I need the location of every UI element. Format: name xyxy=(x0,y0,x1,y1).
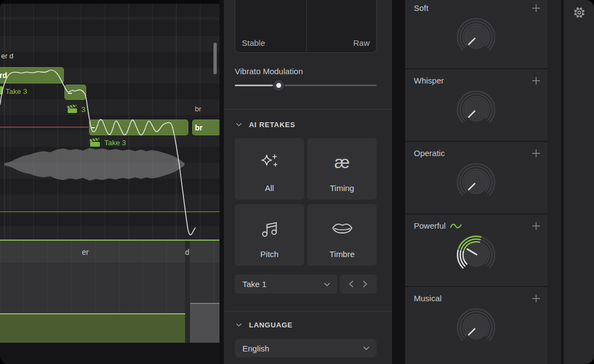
note-block[interactable] xyxy=(64,85,86,100)
add-preset-icon[interactable] xyxy=(531,294,541,303)
previous-take-button[interactable] xyxy=(349,281,354,288)
vibrato-modulation-slider[interactable] xyxy=(235,85,377,86)
take-nav-box xyxy=(340,275,377,294)
retake-button-label: All xyxy=(235,183,304,193)
retake-all-button[interactable]: All xyxy=(235,138,304,200)
take-badge[interactable]: Take 3 xyxy=(5,87,27,96)
preset-name: Operatic xyxy=(414,148,445,158)
take-select-value: Take 1 xyxy=(242,279,266,289)
language-header[interactable]: LANGUAGE xyxy=(236,321,293,329)
clapperboard-icon xyxy=(90,138,101,147)
note-block[interactable]: rd xyxy=(0,67,64,83)
vibrato-modulation-label: Vibrato Modulation xyxy=(235,67,303,76)
preset-card-whisper[interactable]: Whisper xyxy=(405,69,548,141)
section-title: AI RETAKES xyxy=(249,121,295,129)
add-preset-icon[interactable] xyxy=(531,3,541,13)
vertical-scrollbar[interactable] xyxy=(213,43,217,74)
controls-panel: Stable Raw Vibrato Modulation AI RETAKES xyxy=(224,0,392,364)
chevron-down-icon xyxy=(324,282,330,287)
add-preset-icon[interactable] xyxy=(531,221,541,231)
pad-label-stable: Stable xyxy=(242,38,265,47)
voice-presets-panel: Soft Whisper xyxy=(405,0,561,364)
preset-card-soft[interactable]: Soft xyxy=(405,0,548,68)
slider-fill xyxy=(235,85,279,86)
retake-button-label: Timing xyxy=(307,183,377,193)
retake-timbre-button[interactable]: Timbre xyxy=(307,204,377,266)
ghost-lyric-text: br xyxy=(195,105,201,113)
note-lyric: rd xyxy=(0,71,7,80)
gear-icon xyxy=(572,5,586,20)
language-select-value: English xyxy=(242,344,269,353)
vocal-editor-window: rd br er d br Take 3 xyxy=(0,0,594,364)
ai-retakes-header[interactable]: AI RETAKES xyxy=(236,121,295,129)
lips-icon xyxy=(307,216,377,240)
section-divider xyxy=(224,311,392,312)
take-badge-label: 3 xyxy=(81,105,86,114)
pad-divider xyxy=(306,0,307,51)
parameter-block[interactable] xyxy=(190,303,219,343)
preset-card-powerful[interactable]: Powerful xyxy=(405,214,548,286)
parameter-value-region[interactable] xyxy=(0,313,185,343)
retake-button-label: Timbre xyxy=(307,249,377,259)
settings-button[interactable] xyxy=(572,5,586,20)
preset-card-musical[interactable]: Musical xyxy=(405,287,548,364)
retake-timing-button[interactable]: æ Timing xyxy=(307,138,377,200)
add-preset-icon[interactable] xyxy=(531,148,541,158)
chevron-down-icon xyxy=(363,346,370,350)
note-handle[interactable] xyxy=(91,127,95,128)
add-preset-icon[interactable] xyxy=(531,76,541,86)
ae-ligature-icon: æ xyxy=(307,150,377,174)
take-badge[interactable]: 3 xyxy=(67,105,86,114)
reference-pitch-line xyxy=(0,211,219,212)
pitch-guide-line-red xyxy=(0,127,88,128)
pad-label-raw: Raw xyxy=(353,38,370,47)
note-block[interactable]: br xyxy=(192,120,219,135)
piano-roll-panel: rd br er d br Take 3 xyxy=(0,0,219,364)
preset-name: Whisper xyxy=(414,76,444,85)
piano-roll-canvas[interactable]: rd br er d br Take 3 xyxy=(0,0,219,241)
preset-knob-active[interactable] xyxy=(452,230,501,279)
stable-raw-pad[interactable]: Stable Raw xyxy=(235,0,377,53)
clapperboard-icon xyxy=(67,105,78,114)
preset-name: Soft xyxy=(414,3,429,13)
retake-button-label: Pitch xyxy=(235,249,304,259)
note-handle[interactable] xyxy=(68,93,72,94)
pitch-curve xyxy=(0,70,195,235)
preset-knob[interactable] xyxy=(452,85,501,134)
preset-knob[interactable] xyxy=(452,13,501,62)
note-lyric: br xyxy=(195,123,203,132)
lyric-text: er d xyxy=(1,52,13,60)
next-take-button[interactable] xyxy=(363,281,367,288)
music-note-icon xyxy=(235,216,304,240)
preset-name: Musical xyxy=(414,294,442,303)
panel-bottom-edge xyxy=(0,343,219,364)
take-badge-label: Take 3 xyxy=(104,139,126,147)
language-select[interactable]: English xyxy=(235,339,377,357)
preset-name: Powerful xyxy=(414,221,445,230)
preset-card-operatic[interactable]: Operatic xyxy=(405,142,548,213)
retake-pitch-button[interactable]: Pitch xyxy=(235,204,304,266)
note-block[interactable] xyxy=(89,120,188,135)
chevron-down-icon xyxy=(236,123,242,127)
chevron-down-icon xyxy=(236,323,242,327)
section-title: LANGUAGE xyxy=(249,321,293,329)
sparkle-plus-icon xyxy=(235,150,304,174)
phoneme-cell[interactable]: er xyxy=(82,248,88,256)
take-select[interactable]: Take 1 xyxy=(235,275,337,294)
take-badge[interactable]: Take 3 xyxy=(90,138,126,147)
clapperboard-icon xyxy=(0,86,3,94)
settings-rail xyxy=(563,0,594,364)
section-divider xyxy=(224,109,392,110)
panel-top-edge xyxy=(0,0,219,4)
preset-knob[interactable] xyxy=(452,303,501,352)
active-wave-icon xyxy=(450,223,462,229)
slider-thumb[interactable] xyxy=(273,80,284,91)
preset-knob[interactable] xyxy=(452,158,501,207)
take-badge-label: Take 3 xyxy=(5,87,27,96)
waveform-shape xyxy=(4,148,185,181)
phoneme-cell[interactable]: d xyxy=(185,248,189,256)
